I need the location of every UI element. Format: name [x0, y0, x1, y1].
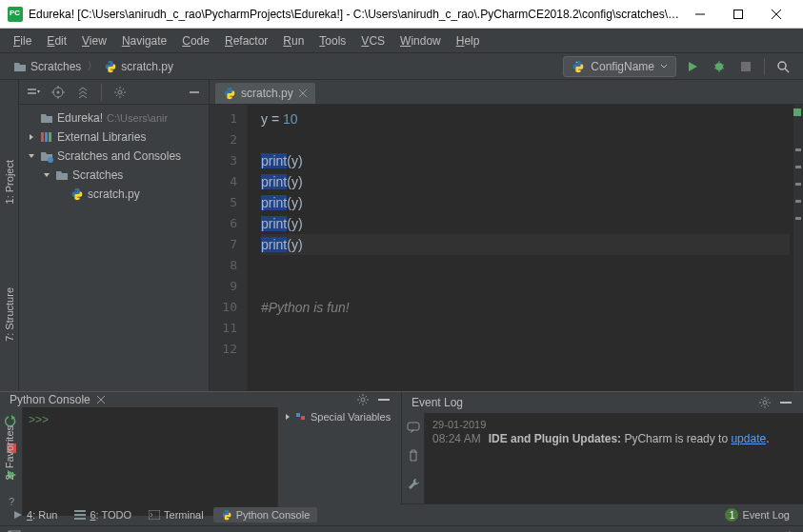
tool-tab----project[interactable]: 1: Project [2, 156, 17, 207]
maximize-button[interactable] [719, 1, 757, 28]
tool-window-button[interactable]: 6: TODO [67, 507, 139, 522]
menu-run[interactable]: Run [275, 30, 311, 51]
menu-edit[interactable]: Edit [39, 30, 74, 51]
svg-rect-0 [734, 10, 743, 18]
code-editor[interactable]: y = 10print(y)print(y)print(y)print(y)pr… [248, 105, 803, 391]
collapse-all-button[interactable] [74, 84, 91, 101]
code-line[interactable]: print(y) [261, 213, 790, 234]
minimize-button[interactable] [681, 1, 719, 28]
svg-point-9 [57, 90, 60, 93]
hide-button[interactable] [186, 84, 203, 101]
trash-icon[interactable] [403, 445, 424, 466]
menu-vcs[interactable]: VCS [353, 30, 392, 51]
tool-window-button[interactable]: 4: Run [6, 507, 65, 522]
code-line[interactable]: print(y) [261, 234, 790, 255]
wrench-icon[interactable] [403, 474, 424, 495]
menu-tools[interactable]: Tools [311, 30, 353, 51]
project-tree[interactable]: Edureka! C:\Users\anirExternal Libraries… [19, 105, 209, 207]
code-line[interactable] [261, 129, 790, 150]
editor-tab-label: scratch.py [241, 87, 293, 100]
menu-navigate[interactable]: Navigate [114, 30, 174, 51]
tool-window-button[interactable]: Python Console [213, 507, 318, 522]
line-number: 5 [210, 192, 247, 213]
code-line[interactable] [261, 318, 790, 339]
menu-file[interactable]: File [6, 30, 39, 51]
svg-rect-20 [301, 416, 305, 420]
debug-button[interactable] [709, 56, 730, 77]
menu-refactor[interactable]: Refactor [217, 30, 275, 51]
tool-tab----favorites[interactable]: 2: Favorites [2, 422, 17, 483]
svg-rect-6 [28, 89, 36, 90]
close-icon[interactable] [96, 395, 106, 404]
run-config-dropdown[interactable]: ConfigName [563, 56, 676, 77]
svg-point-5 [778, 62, 786, 69]
breadcrumb-item[interactable]: scratch.py [100, 58, 177, 75]
tool-window-button[interactable]: Terminal [141, 507, 211, 522]
console-prompt: >>> [29, 413, 49, 426]
hide-button[interactable] [376, 392, 391, 407]
tree-row[interactable]: scratch.py [19, 185, 209, 204]
menubar: FileEditViewNavigateCodeRefactorRunTools… [0, 29, 803, 53]
breadcrumb-separator: 〉 [87, 58, 98, 74]
hide-button[interactable] [778, 395, 793, 410]
project-tool-window: Edureka! C:\Users\anirExternal Libraries… [19, 80, 210, 391]
run-button[interactable] [682, 56, 703, 77]
search-everywhere-button[interactable] [773, 56, 793, 77]
editor-area: scratch.py 123456789101112 y = 10print(y… [210, 80, 803, 391]
tool-window-bar: 4: Run6: TODOTerminalPython Console 1 Ev… [0, 503, 803, 525]
pycharm-app-icon [8, 7, 23, 22]
editor-body[interactable]: 123456789101112 y = 10print(y)print(y)pr… [210, 105, 803, 391]
event-log-body[interactable]: 29-01-2019 08:24 AM IDE and Plugin Updat… [425, 413, 803, 503]
code-line[interactable] [261, 276, 790, 297]
breadcrumb-item[interactable]: Scratches [10, 58, 85, 75]
event-log-tool-button[interactable]: 1 Event Log [717, 506, 797, 523]
code-line[interactable]: print(y) [261, 171, 790, 192]
menu-window[interactable]: Window [392, 30, 449, 51]
menu-code[interactable]: Code [174, 30, 217, 51]
special-variables-label: Special Variables [311, 411, 391, 423]
tree-row[interactable]: External Libraries [19, 128, 209, 147]
code-line[interactable]: #Python is fun! [261, 297, 790, 318]
event-log-panel: Event Log 29-01-2019 08:24 AM IDE and Pl… [402, 392, 803, 503]
svg-point-1 [576, 61, 577, 62]
tree-row[interactable]: Scratches [19, 166, 209, 185]
gear-icon[interactable] [355, 392, 371, 407]
gear-icon[interactable] [757, 395, 773, 410]
console-output[interactable]: >>> [23, 407, 277, 516]
code-line[interactable] [261, 255, 790, 276]
code-line[interactable]: print(y) [261, 192, 790, 213]
editor-tabs: scratch.py [210, 80, 803, 105]
special-variables-item[interactable]: Special Variables [278, 407, 401, 426]
gear-icon[interactable] [111, 84, 129, 101]
svg-rect-7 [28, 92, 36, 94]
svg-rect-12 [45, 132, 48, 142]
menu-view[interactable]: View [74, 30, 114, 51]
svg-rect-16 [378, 399, 390, 401]
editor-tab-scratch[interactable]: scratch.py [215, 83, 315, 104]
svg-rect-11 [41, 132, 44, 142]
stop-button[interactable] [735, 56, 756, 77]
event-date: 29-01-2019 [432, 419, 795, 430]
locate-button[interactable] [50, 84, 67, 101]
tool-tab----structure[interactable]: 7: Structure [2, 284, 17, 345]
tree-row[interactable]: Edureka! C:\Users\anir [19, 108, 209, 128]
menu-help[interactable]: Help [449, 30, 488, 51]
code-line[interactable] [261, 339, 790, 360]
svg-point-2 [580, 70, 581, 71]
window-titlebar: Edureka! [C:\Users\anirudh_c_rao\Pycharm… [0, 0, 803, 29]
line-number-gutter: 123456789101112 [210, 105, 248, 391]
separator [101, 84, 102, 101]
code-line[interactable]: y = 10 [261, 108, 790, 129]
code-line[interactable]: print(y) [261, 150, 790, 171]
project-view-dropdown[interactable] [25, 84, 42, 101]
bubble-icon[interactable] [403, 417, 424, 438]
error-stripe[interactable] [793, 105, 803, 391]
close-icon[interactable] [298, 89, 308, 98]
svg-point-10 [118, 90, 122, 94]
close-button[interactable] [757, 1, 795, 28]
stripe-mark [795, 217, 801, 220]
run-config-label: ConfigName [591, 60, 654, 73]
svg-rect-19 [296, 413, 300, 417]
update-link[interactable]: update [731, 432, 766, 445]
tree-row[interactable]: Scratches and Consoles [19, 147, 209, 166]
